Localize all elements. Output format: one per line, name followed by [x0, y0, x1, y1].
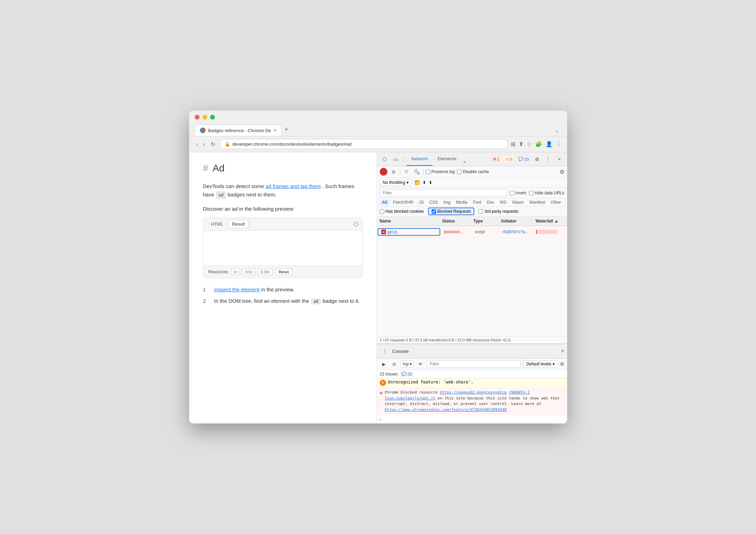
mult-1x-btn[interactable]: 1×: [231, 269, 240, 275]
warn-count: 6: [510, 157, 512, 161]
extension-icon[interactable]: 🧩: [535, 141, 542, 147]
upload-icon[interactable]: ⬆: [423, 180, 426, 185]
preserve-log-checkbox[interactable]: Preserve log: [426, 169, 455, 174]
clear-btn[interactable]: ⊘: [389, 168, 398, 176]
maximize-traffic-light[interactable]: [210, 115, 215, 120]
more-tabs-btn[interactable]: »: [461, 158, 468, 166]
bookmark-icon[interactable]: ☆: [527, 141, 532, 147]
tab-network[interactable]: Network: [407, 152, 433, 166]
ad-frames-link[interactable]: ad frames and tag them: [266, 183, 321, 189]
forward-button[interactable]: ›: [202, 140, 207, 148]
net-sep-2: [423, 169, 424, 175]
type-btn-img[interactable]: Img: [441, 199, 453, 205]
filter-row: Invert Hide data URLs: [377, 188, 567, 199]
row-initiator[interactable]: rNdGNYx?anima...: [500, 229, 534, 235]
tion-link[interactable]: tion.com/tag/js/gpt.js: [385, 396, 435, 400]
rerun-btn[interactable]: Rerun: [275, 269, 292, 275]
blocked-requests-input[interactable]: [432, 209, 436, 214]
console-prompt: ›: [377, 415, 567, 423]
console-section: ⋮ Console × ▶ ⊘ top ▾ 👁 Default levels: [377, 343, 567, 423]
dt-settings-btn[interactable]: ⚙: [532, 154, 542, 164]
invert-checkbox[interactable]: Invert: [510, 191, 526, 195]
back-button[interactable]: ‹: [195, 140, 199, 148]
net-settings-btn[interactable]: ⚙: [560, 169, 564, 175]
active-tab[interactable]: Badges reference - Chrome De ×: [195, 124, 282, 136]
cursor-tool-btn[interactable]: ⬡: [380, 154, 389, 164]
tab-menu-button[interactable]: ⌄: [552, 125, 562, 136]
console-settings-btn[interactable]: ⚙: [560, 361, 564, 367]
browser-menu-icon[interactable]: ⋮: [556, 141, 562, 147]
eye-icon-btn[interactable]: 👁: [416, 360, 425, 368]
address-bar: ‹ › ↻ 🔒 developer.chrome.com/docs/devtoo…: [189, 136, 567, 152]
hide-data-urls-input[interactable]: [529, 191, 533, 195]
preserve-log-input[interactable]: [426, 170, 430, 174]
type-btn-media[interactable]: Media: [453, 199, 470, 205]
type-btn-manifest[interactable]: Manifest: [527, 199, 547, 205]
net-toolbar-row1: ⊘ ▽ 🔍 Preserve log Disable cache ⚙: [377, 166, 567, 178]
record-btn[interactable]: [380, 168, 387, 176]
filter-btn[interactable]: ▽: [402, 168, 411, 176]
code-preview-icon[interactable]: ⬡: [353, 221, 358, 227]
type-btn-fetchxhr[interactable]: Fetch/XHR: [391, 199, 416, 205]
reload-button[interactable]: ↻: [209, 140, 217, 148]
error-badge[interactable]: ⊗ 1: [491, 156, 501, 162]
row-name-gptjs[interactable]: JS gpt.js: [378, 228, 440, 236]
type-btn-font[interactable]: Font: [471, 199, 484, 205]
pagead-link[interactable]: https://pagead2.googlesyndica: [440, 390, 507, 395]
tab-result[interactable]: Result: [228, 220, 249, 228]
type-btn-doc[interactable]: Doc: [484, 199, 497, 205]
tab-close-button[interactable]: ×: [274, 128, 276, 133]
console-stop-btn[interactable]: ⊘: [390, 360, 399, 368]
table-row[interactable]: JS gpt.js (blocked... script rNdGNYx?ani…: [377, 226, 567, 238]
dt-more-btn[interactable]: ⋮: [544, 154, 553, 164]
search-btn[interactable]: 🔍: [413, 168, 421, 176]
top-selector[interactable]: top ▾: [401, 361, 415, 367]
dt-close-btn[interactable]: ×: [555, 154, 564, 164]
console-close-btn[interactable]: ×: [561, 348, 564, 354]
type-btn-js[interactable]: JS: [417, 199, 426, 205]
rndgnyx-link[interactable]: rNdGNYx:1: [509, 390, 530, 395]
mult-05x-btn[interactable]: 0.5×: [243, 269, 255, 275]
tab-title: Badges reference - Chrome De: [208, 128, 271, 133]
has-blocked-cookies-checkbox[interactable]: Has blocked cookies: [380, 209, 424, 214]
third-party-input[interactable]: [478, 209, 483, 214]
minimize-traffic-light[interactable]: [202, 115, 207, 120]
screen-icon[interactable]: ⊞: [511, 141, 515, 147]
hide-data-urls-checkbox[interactable]: Hide data URLs: [529, 191, 564, 195]
tab-elements[interactable]: Elements: [433, 152, 461, 166]
chromestatus-link[interactable]: https://www.chromestatus.com/feature/573…: [385, 407, 507, 412]
resources-label: Resources: [208, 269, 228, 274]
third-party-checkbox[interactable]: 3rd-party requests: [478, 209, 518, 214]
url-bar[interactable]: 🔒 developer.chrome.com/docs/devtools/ele…: [219, 139, 508, 149]
issues-badge[interactable]: 💬 23: [400, 371, 413, 377]
throttle-select[interactable]: No throttling ▾: [380, 179, 412, 186]
has-blocked-cookies-input[interactable]: [380, 209, 384, 214]
third-party-label: 3rd-party requests: [484, 209, 518, 214]
type-btn-wasm[interactable]: Wasm: [510, 199, 526, 205]
invert-input[interactable]: [510, 191, 514, 195]
page-title: Ad: [212, 163, 224, 173]
console-filter-input[interactable]: [427, 360, 521, 368]
type-btn-all[interactable]: All: [380, 199, 390, 205]
info-badge[interactable]: 💬 23: [516, 156, 531, 162]
disable-cache-checkbox[interactable]: Disable cache: [457, 169, 489, 174]
disable-cache-input[interactable]: [457, 170, 461, 174]
device-mode-btn[interactable]: ▭: [391, 154, 401, 164]
type-btn-other[interactable]: Other: [548, 199, 564, 205]
share-icon[interactable]: ⬆: [519, 141, 523, 147]
waterfall-sort-icon: ▲: [554, 219, 558, 224]
tab-html[interactable]: HTML: [208, 220, 227, 228]
type-btn-css[interactable]: CSS: [427, 199, 441, 205]
console-run-btn[interactable]: ▶: [380, 360, 388, 368]
download-icon[interactable]: ⬇: [429, 180, 432, 185]
close-traffic-light[interactable]: [195, 115, 200, 120]
filter-input[interactable]: [380, 189, 507, 197]
profile-icon[interactable]: 👤: [546, 141, 553, 147]
dt-badges: ⊗ 1 ⚠ 6 💬 23: [491, 156, 531, 162]
mult-025x-btn[interactable]: 0.25×: [258, 269, 273, 275]
type-btn-ws[interactable]: WS: [497, 199, 509, 205]
inspect-element-link[interactable]: Inspect the element: [214, 286, 260, 292]
default-levels-select[interactable]: Default levels ▾: [523, 361, 557, 367]
new-tab-button[interactable]: +: [282, 123, 291, 136]
warn-badge[interactable]: ⚠ 6: [504, 156, 514, 162]
